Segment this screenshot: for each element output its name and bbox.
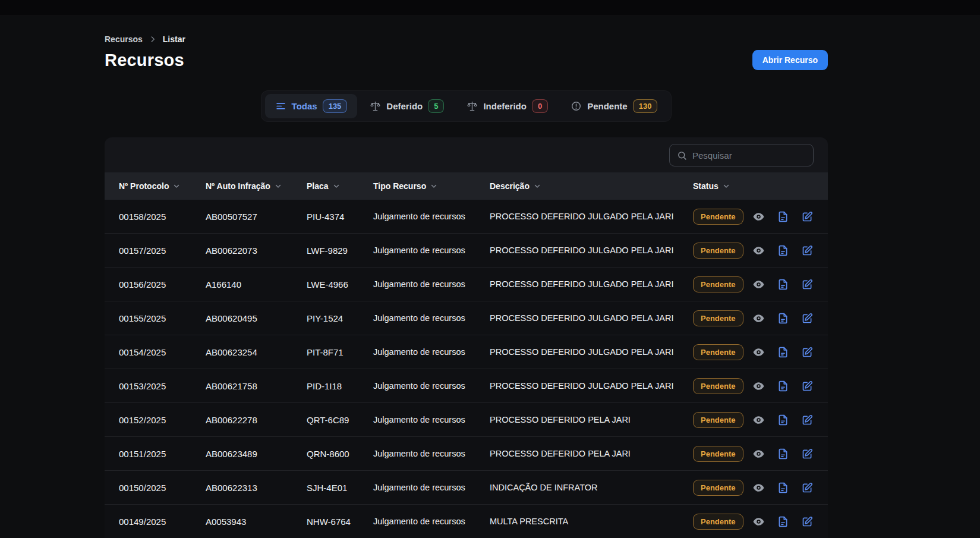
tab-indeferido[interactable]: Indeferido 0 [456,94,558,118]
abrir-recurso-button[interactable]: Abrir Recurso [752,50,828,70]
cell-auto-infracao: AB00507527 [206,212,307,222]
table-row[interactable]: 00152/2025 AB00622278 QRT-6C89 Julgament… [105,403,828,437]
cell-actions [752,515,814,528]
search-box[interactable] [669,144,814,166]
column-header-auto-infracao[interactable]: Nº Auto Infração [206,181,307,191]
tab-deferido[interactable]: Deferido 5 [360,94,454,118]
table-row[interactable]: 00157/2025 AB00622073 LWF-9829 Julgament… [105,234,828,268]
filter-tabbar: Todas 135 Deferido 5 Indeferido 0 [261,90,672,122]
cell-protocolo: 00155/2025 [119,313,206,323]
document-button[interactable] [777,448,789,460]
edit-button[interactable] [801,515,814,528]
cell-tipo-recurso: Julgamento de recursos [373,212,490,221]
cell-descricao: PROCESSO DEFERIDO PELA JARI [490,449,693,458]
view-button[interactable] [752,312,765,325]
document-button[interactable] [777,312,789,325]
cell-placa: NHW-6764 [307,517,373,527]
status-badge: Pendente [693,344,743,360]
view-button[interactable] [752,482,765,494]
table-row[interactable]: 00153/2025 AB00621758 PID-1I18 Julgament… [105,369,828,403]
column-header-protocolo[interactable]: Nº Protocolo [119,181,206,191]
cell-actions [752,210,814,223]
column-header-placa[interactable]: Placa [307,181,373,191]
cell-status: Pendente [693,243,752,259]
column-header-descricao[interactable]: Descrição [490,181,693,191]
view-button[interactable] [752,448,765,460]
cell-actions [752,244,814,257]
tab-pendente-count-badge: 130 [633,99,658,113]
edit-button[interactable] [801,278,814,291]
chevron-down-icon [533,182,541,190]
tab-todas-label: Todas [292,101,317,111]
edit-button[interactable] [801,448,814,460]
cell-auto-infracao: A0053943 [206,517,307,527]
cell-tipo-recurso: Julgamento de recursos [373,246,490,255]
cell-auto-infracao: AB00622313 [206,483,307,493]
chevron-down-icon [274,182,282,190]
table-body: 00158/2025 AB00507527 PIU-4374 Julgament… [105,200,828,538]
breadcrumb: Recursos Listar [105,34,828,44]
document-button[interactable] [777,210,789,223]
table-row[interactable]: 00158/2025 AB00507527 PIU-4374 Julgament… [105,200,828,234]
scales-icon [370,100,381,112]
cell-descricao: PROCESSO DEFERIDO JULGADO PELA JARI [490,212,693,221]
tab-pendente[interactable]: Pendente 130 [560,94,667,118]
table-card: Nº Protocolo Nº Auto Infração Placa Tipo… [105,137,828,538]
page-title: Recursos [105,51,184,70]
cell-auto-infracao: A166140 [206,279,307,290]
cell-actions [752,312,814,325]
chevron-down-icon [172,182,181,190]
document-button[interactable] [777,482,789,494]
table-row[interactable]: 00154/2025 AB00623254 PIT-8F71 Julgament… [105,335,828,369]
document-button[interactable] [777,515,789,528]
breadcrumb-item-listar[interactable]: Listar [163,34,185,44]
cell-protocolo: 00156/2025 [119,279,206,290]
view-button[interactable] [752,414,765,426]
column-header-tipo-recurso[interactable]: Tipo Recurso [373,181,490,191]
status-badge: Pendente [693,276,743,292]
edit-button[interactable] [801,380,814,392]
edit-button[interactable] [801,346,814,358]
cell-auto-infracao: AB00623489 [206,449,307,459]
document-button[interactable] [777,380,789,392]
cell-actions [752,448,814,460]
column-header-status[interactable]: Status [693,181,752,191]
edit-button[interactable] [801,210,814,223]
status-badge: Pendente [693,209,743,225]
view-button[interactable] [752,515,765,528]
table-row[interactable]: 00155/2025 AB00620495 PIY-1524 Julgament… [105,301,828,335]
cell-placa: LWE-4966 [307,279,373,290]
table-row[interactable]: 00150/2025 AB00622313 SJH-4E01 Julgament… [105,471,828,505]
document-button[interactable] [777,346,789,358]
cell-actions [752,380,814,392]
document-button[interactable] [777,278,789,291]
view-button[interactable] [752,244,765,257]
view-button[interactable] [752,278,765,291]
view-button[interactable] [752,210,765,223]
breadcrumb-item-recursos[interactable]: Recursos [105,34,143,44]
table-row[interactable]: 00156/2025 A166140 LWE-4966 Julgamento d… [105,268,828,301]
scales-icon [467,100,478,112]
view-button[interactable] [752,380,765,392]
edit-button[interactable] [801,244,814,257]
tab-indeferido-count-badge: 0 [532,99,548,113]
document-button[interactable] [777,414,789,426]
cell-status: Pendente [693,412,752,428]
edit-button[interactable] [801,414,814,426]
tab-indeferido-label: Indeferido [483,101,527,111]
edit-button[interactable] [801,312,814,325]
tab-pendente-label: Pendente [587,101,628,111]
table-row[interactable]: 00149/2025 A0053943 NHW-6764 Julgamento … [105,505,828,538]
cell-protocolo: 00152/2025 [119,415,206,425]
cell-status: Pendente [693,344,752,360]
cell-tipo-recurso: Julgamento de recursos [373,517,490,526]
search-input[interactable] [692,150,806,161]
tab-todas[interactable]: Todas 135 [265,94,358,118]
cell-tipo-recurso: Julgamento de recursos [373,313,490,323]
table-row[interactable]: 00151/2025 AB00623489 QRN-8600 Julgament… [105,437,828,471]
status-badge: Pendente [693,412,743,428]
edit-button[interactable] [801,482,814,494]
view-button[interactable] [752,346,765,358]
document-button[interactable] [777,244,789,257]
cell-actions [752,482,814,494]
